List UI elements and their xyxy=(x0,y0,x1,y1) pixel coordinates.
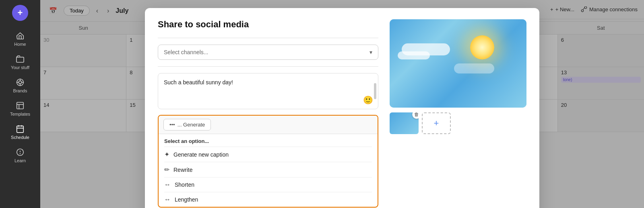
emoji-button[interactable]: 🙂 xyxy=(363,95,373,105)
sidebar-item-label-brands: Brands xyxy=(13,88,27,93)
shorten-label: Shorten xyxy=(175,181,194,188)
media-thumbnails: 🗑 + xyxy=(390,112,526,134)
sky-image xyxy=(390,19,526,108)
svg-rect-10 xyxy=(17,126,24,133)
generate-button[interactable]: ••• ... Generate xyxy=(163,119,211,131)
sidebar-item-schedule[interactable]: Schedule xyxy=(0,120,40,144)
svg-rect-0 xyxy=(17,57,24,62)
dots-icon: ••• xyxy=(169,122,175,128)
add-media-button[interactable]: + xyxy=(422,112,451,134)
sidebar-item-learn[interactable]: Learn xyxy=(0,144,40,167)
svg-point-2 xyxy=(19,81,21,84)
sparkle-icon: ✦ xyxy=(164,151,169,158)
modal-right-panel: 🗑 + xyxy=(390,19,526,208)
cloud-graphic-3 xyxy=(454,63,494,73)
arrows-out-icon: ↔ xyxy=(164,196,171,203)
modal-left-panel: Share to social media Select channels...… xyxy=(158,19,378,208)
sidebar-item-label-schedule: Schedule xyxy=(11,135,29,140)
sidebar: + Home Your stuff Brands Templates Sched… xyxy=(0,0,40,208)
scroll-handle xyxy=(374,83,376,99)
dropdown-header: Select an option... xyxy=(159,134,378,147)
sidebar-item-label-your-stuff: Your stuff xyxy=(11,65,29,70)
caption-text: Such a beautiful sunny day! xyxy=(164,78,372,87)
svg-point-16 xyxy=(20,153,21,154)
caption-area[interactable]: Such a beautiful sunny day! 🙂 xyxy=(158,73,378,109)
modal-divider-top xyxy=(158,38,378,38)
sidebar-item-label-templates: Templates xyxy=(10,112,30,116)
media-main-preview xyxy=(390,19,526,108)
channel-chevron-icon: ▾ xyxy=(369,49,372,55)
arrows-in-icon: ↔ xyxy=(164,181,171,188)
main-area: 📅 Today ‹ › July ▿ Week Month Sun Mon Tu… xyxy=(40,0,644,208)
sun-graphic xyxy=(470,35,494,59)
rewrite-item[interactable]: ✏ Rewrite xyxy=(159,162,378,177)
sidebar-item-your-stuff[interactable]: Your stuff xyxy=(0,51,40,74)
modal-title: Share to social media xyxy=(158,19,378,30)
home-icon xyxy=(16,31,25,40)
channel-select[interactable]: Select channels... ▾ xyxy=(158,45,378,60)
learn-icon xyxy=(16,148,25,157)
generate-btn-row: ••• ... Generate xyxy=(159,116,378,134)
channel-placeholder: Select channels... xyxy=(164,49,208,55)
sidebar-item-home[interactable]: Home xyxy=(0,27,40,51)
template-icon xyxy=(16,101,25,110)
sidebar-item-label-learn: Learn xyxy=(14,158,26,163)
svg-rect-7 xyxy=(17,102,24,109)
pen-icon: ✏ xyxy=(164,166,169,173)
sidebar-item-templates[interactable]: Templates xyxy=(0,97,40,120)
lengthen-label: Lengthen xyxy=(175,196,198,203)
rewrite-label: Rewrite xyxy=(173,167,192,173)
generate-caption-label: Generate new caption xyxy=(173,151,229,158)
brand-icon xyxy=(16,78,25,87)
modal-overlay: Share to social media Select channels...… xyxy=(40,0,644,208)
generate-label: ... Generate xyxy=(178,122,205,128)
shorten-item[interactable]: ↔ Shorten xyxy=(159,177,378,192)
schedule-icon xyxy=(16,124,25,133)
generate-caption-item[interactable]: ✦ Generate new caption xyxy=(159,147,378,162)
cloud-graphic-2 xyxy=(398,51,430,59)
lengthen-item[interactable]: ↔ Lengthen xyxy=(159,192,378,207)
sidebar-logo[interactable]: + xyxy=(12,5,28,21)
modal-divider-2 xyxy=(158,66,378,67)
generate-dropdown: ••• ... Generate Select an option... ✦ G… xyxy=(158,115,378,208)
sidebar-item-brands[interactable]: Brands xyxy=(0,74,40,97)
folder-icon xyxy=(16,55,25,63)
share-modal: Share to social media Select channels...… xyxy=(145,8,539,208)
sidebar-item-label-home: Home xyxy=(14,42,26,47)
thumbnail-1: 🗑 xyxy=(390,112,419,134)
